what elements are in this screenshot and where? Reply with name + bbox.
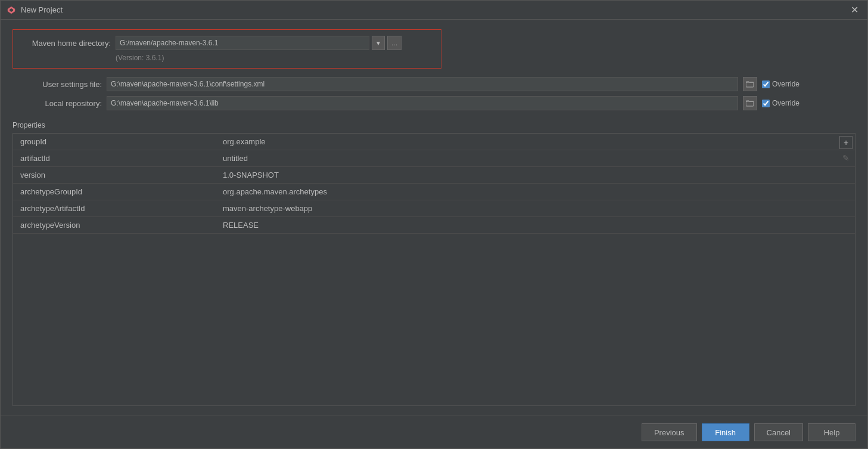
prop-key: version	[13, 171, 216, 179]
prop-key: archetypeArtifactId	[13, 204, 216, 213]
prop-key: groupId	[13, 137, 216, 146]
table-row[interactable]: version 1.0-SNAPSHOT	[13, 167, 855, 184]
user-settings-label: User settings file:	[13, 80, 102, 89]
maven-home-input[interactable]	[116, 36, 369, 50]
prop-value: maven-archetype-webapp	[216, 204, 855, 213]
cancel-button[interactable]: Cancel	[754, 423, 803, 441]
add-property-button[interactable]: +	[839, 136, 853, 149]
local-repo-input[interactable]	[107, 96, 738, 110]
maven-section: Maven home directory: ▼ … (Version: 3.6.…	[13, 29, 441, 69]
properties-section: Properties groupId org.example artifactI…	[13, 121, 855, 406]
prop-value: RELEASE	[216, 221, 855, 230]
close-button[interactable]: ✕	[847, 3, 861, 17]
local-repo-folder-btn[interactable]	[743, 96, 757, 110]
user-settings-override-checkbox[interactable]	[762, 80, 770, 88]
help-button[interactable]: Help	[808, 423, 855, 441]
local-repo-override-wrap: Override	[762, 99, 799, 107]
previous-button[interactable]: Previous	[642, 423, 697, 441]
content-area: Maven home directory: ▼ … (Version: 3.6.…	[1, 20, 867, 416]
svg-rect-2	[746, 82, 754, 87]
user-settings-folder-btn[interactable]	[743, 77, 757, 91]
table-row[interactable]: groupId org.example	[13, 134, 855, 150]
footer: Previous Finish Cancel Help	[1, 416, 867, 448]
svg-rect-3	[746, 101, 754, 106]
properties-table: groupId org.example artifactId untitled …	[13, 133, 855, 406]
local-repo-label: Local repository:	[13, 99, 102, 108]
maven-version-text: (Version: 3.6.1)	[21, 54, 433, 62]
maven-home-row: Maven home directory: ▼ …	[21, 36, 433, 50]
user-settings-row: User settings file: Override	[13, 77, 855, 91]
table-row[interactable]: archetypeVersion RELEASE	[13, 217, 855, 234]
local-repo-row: Local repository: Override	[13, 96, 855, 110]
local-repo-override-checkbox[interactable]	[762, 100, 770, 107]
prop-value: org.apache.maven.archetypes	[216, 187, 855, 196]
prop-value: untitled	[216, 154, 855, 163]
app-icon	[7, 5, 16, 15]
local-repo-override-label: Override	[772, 99, 799, 107]
user-settings-override-label: Override	[772, 80, 799, 88]
new-project-dialog: New Project ✕ Maven home directory: ▼ … …	[0, 0, 868, 449]
prop-key: artifactId	[13, 154, 216, 163]
prop-key: archetypeGroupId	[13, 187, 216, 196]
user-settings-override-wrap: Override	[762, 80, 799, 88]
dialog-title: New Project	[21, 5, 847, 14]
table-row[interactable]: archetypeArtifactId maven-archetype-weba…	[13, 200, 855, 217]
maven-home-label: Maven home directory:	[21, 39, 111, 48]
table-row[interactable]: artifactId untitled	[13, 150, 855, 167]
maven-home-dropdown-btn[interactable]: ▼	[372, 36, 385, 50]
prop-value: 1.0-SNAPSHOT	[216, 171, 855, 179]
table-row[interactable]: archetypeGroupId org.apache.maven.archet…	[13, 184, 855, 200]
title-bar: New Project ✕	[1, 1, 867, 20]
prop-key: archetypeVersion	[13, 221, 216, 230]
properties-header: Properties	[13, 121, 855, 129]
maven-home-input-wrap: ▼ …	[116, 36, 402, 50]
edit-property-button[interactable]: ✎	[839, 151, 853, 165]
finish-button[interactable]: Finish	[702, 423, 749, 441]
maven-home-folder-btn[interactable]: …	[387, 36, 402, 50]
prop-value: org.example	[216, 137, 855, 146]
user-settings-input[interactable]	[107, 77, 738, 91]
